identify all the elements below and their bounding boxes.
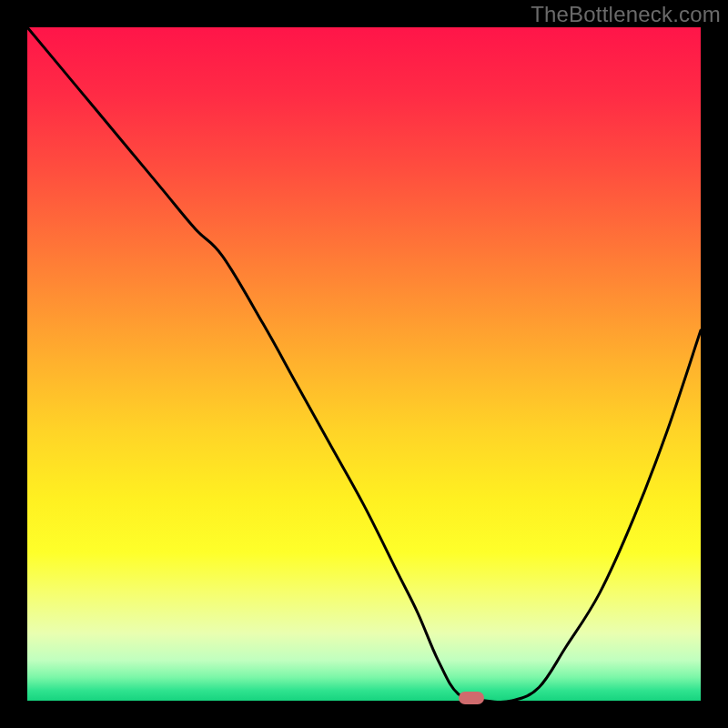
chart-frame: TheBottleneck.com bbox=[0, 0, 728, 728]
bottleneck-curve bbox=[27, 27, 701, 701]
plot-area bbox=[27, 27, 701, 701]
optimum-marker bbox=[459, 692, 484, 704]
watermark-text: TheBottleneck.com bbox=[531, 2, 721, 27]
